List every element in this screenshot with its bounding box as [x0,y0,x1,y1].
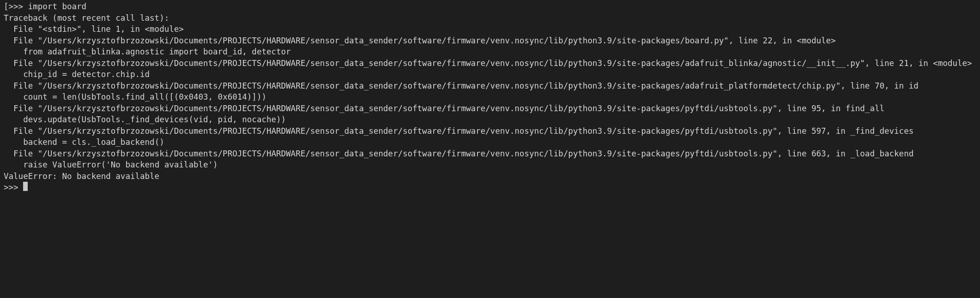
traceback-frame-5-file: File "/Users/krzysztofbrzozowski/Documen… [4,103,976,114]
traceback-frame-1: File "<stdin>", line 1, in <module> [4,24,976,35]
traceback-frame-4-code: count = len(UsbTools.find_all([(0x0403, … [4,91,976,103]
traceback-header: Traceback (most recent call last): [4,12,976,24]
traceback-frame-6-code: backend = cls._load_backend() [4,137,976,148]
error-line: ValueError: No backend available [4,171,976,182]
traceback-frame-3-file: File "/Users/krzysztofbrzozowski/Documen… [4,58,976,69]
traceback-frame-2-file: File "/Users/krzysztofbrzozowski/Documen… [4,35,976,47]
terminal-output[interactable]: [>>> import boardTraceback (most recent … [0,0,980,298]
prompt-bracket-open: [ [4,2,9,11]
command-text: import board [28,2,86,11]
traceback-frame-7-file: File "/Users/krzysztofbrzozowski/Documen… [4,148,976,160]
prompt-marker: >>> [9,2,28,11]
traceback-frame-2-code: from adafruit_blinka.agnostic import boa… [4,46,976,58]
traceback-frame-7-code: raise ValueError('No backend available') [4,159,976,171]
traceback-frame-6-file: File "/Users/krzysztofbrzozowski/Documen… [4,125,976,137]
final-prompt-line: >>> [4,182,976,193]
cursor [23,182,28,191]
traceback-frame-4-file: File "/Users/krzysztofbrzozowski/Documen… [4,80,976,92]
traceback-frame-3-code: chip_id = detector.chip.id [4,69,976,80]
input-line: [>>> import board [4,1,976,12]
traceback-frame-5-code: devs.update(UsbTools._find_devices(vid, … [4,114,976,125]
final-prompt-marker: >>> [4,183,23,192]
